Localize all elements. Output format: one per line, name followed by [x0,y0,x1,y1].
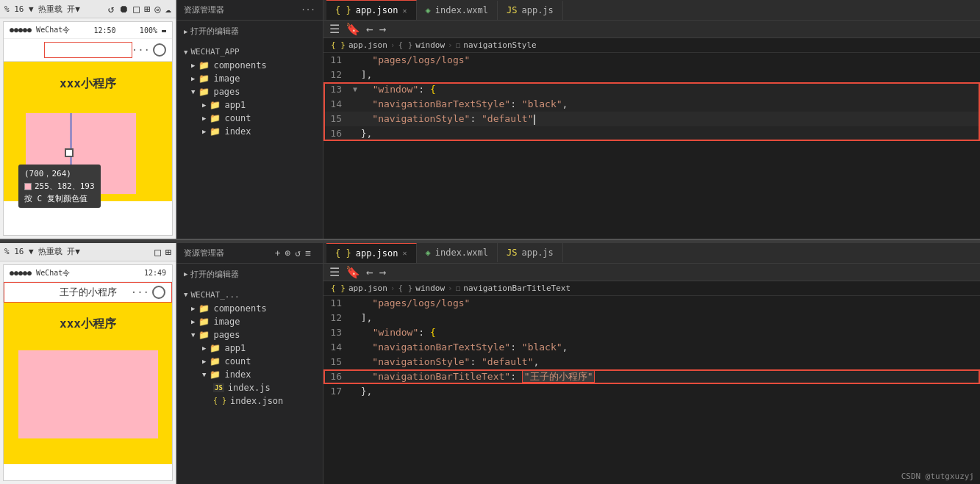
bottom-breadcrumb-app-json[interactable]: app.json [348,283,387,293]
top-hotreload-label[interactable]: 热重载 开▼ [38,4,80,15]
bottom-breadcrumb-rect-icon: ☐ [456,283,461,293]
top-nav-input[interactable] [44,42,132,58]
top-tree-count[interactable]: ▶ 📁 count [176,112,323,125]
top-handle-square[interactable] [65,148,74,157]
bottom-app1-label: app1 [224,343,246,353]
bottom-code-line-15: 15 "navigationStyle": "default", [323,355,980,369]
top-breadcrumb-app-json[interactable]: app.json [348,40,387,50]
top-open-editors-toggle[interactable]: ▶ 打开的编辑器 [176,24,323,39]
top-nav-circle-icon[interactable] [153,43,166,57]
bottom-toolbar-dual-icon[interactable]: ⊞ [165,246,171,258]
bottom-linenum-11: 11 [323,296,349,311]
top-tab-app-json[interactable]: { } app.json ✕ [326,0,417,20]
bottom-tree-image[interactable]: ▶ 📁 image [176,315,323,328]
bottom-tree-index[interactable]: ▼ 📁 index [176,368,323,381]
top-linecontent-16: }, [349,126,980,141]
top-code-line-11: 11 "pages/logs/logs" [323,53,980,68]
top-tree-image[interactable]: ▶ 📁 image [176,72,323,85]
top-zoom-label[interactable]: % 16 ▼ [4,4,34,14]
top-count-label: count [224,113,251,123]
bottom-tree-index-js[interactable]: JS index.js [176,381,323,394]
top-open-editors-arrow-icon: ▶ [184,28,187,35]
bottom-pages-arrow-icon: ▼ [191,331,195,339]
bottom-mini-toolbar: ☰ 🔖 ← → [323,264,980,281]
bottom-zoom-label[interactable]: % 16 ▼ [4,247,34,256]
top-index-label: index [224,126,251,137]
bottom-toolbar-phone-icon[interactable]: □ [154,246,160,258]
bottom-tab-wxml-label: index.wxml [435,248,488,258]
top-pages-arrow-icon: ▼ [191,88,195,95]
top-nav-more-icon[interactable]: ··· [132,44,150,56]
bottom-open-editors-section: ▶ 打开的编辑器 [176,264,323,285]
toolbar-refresh-icon[interactable]: ↺ [108,3,114,15]
top-collapse-13[interactable]: ▼ [349,82,361,97]
bottom-nav-more-icon[interactable]: ··· [131,286,149,298]
bottom-editor-breadcrumb: { } app.json › { } window › ☐ navigation… [323,281,980,296]
top-tree-index[interactable]: ▶ 📁 index [176,125,323,138]
bottom-bookmark-icon[interactable]: 🔖 [346,265,360,279]
bottom-tree-pages[interactable]: ▼ 📁 pages [176,328,323,342]
bottom-linenum-12: 12 [323,311,349,325]
bottom-tab-app-js[interactable]: JS app.js [498,243,563,262]
top-explorer-dots-icon[interactable]: ··· [301,5,315,15]
top-tab-app-js[interactable]: JS app.js [498,1,563,20]
top-hamburger-icon[interactable]: ☰ [329,22,340,36]
top-open-editors-section: ▶ 打开的编辑器 [176,21,323,42]
bottom-linecontent-13: "window": { [361,325,980,340]
bottom-wechat-toggle[interactable]: ▼ WECHAT_... [176,288,323,302]
bottom-explorer-refresh-icon[interactable]: ↺ [295,248,301,259]
top-editor-breadcrumb: { } app.json › { } window › ☐ navigation… [323,38,980,53]
top-image-folder-icon: 📁 [198,73,210,84]
toolbar-record-icon[interactable]: ⏺ [118,3,129,15]
bottom-tree-components[interactable]: ▶ 📁 components [176,302,323,315]
top-tab-index-wxml[interactable]: ◈ index.wxml [417,1,498,20]
top-linecontent-14: "navigationBarTextStyle": "black", [349,97,980,112]
tooltip-hint: 按 C 复制颜色值 [24,193,95,204]
bottom-explorer-newfile-icon[interactable]: ⊕ [285,248,291,259]
bottom-back-icon[interactable]: ← [366,265,373,279]
top-tab-close-icon[interactable]: ✕ [402,7,407,15]
top-wechat-label: WECHAT_APP [190,47,239,57]
bottom-tab-app-json[interactable]: { } app.json ✕ [326,243,417,263]
top-breadcrumb-navstyle[interactable]: navigationStyle [463,40,536,50]
bottom-tab-close-icon[interactable]: ✕ [402,249,407,257]
bottom-nav-circle-icon[interactable] [152,286,165,299]
bottom-phone-content [4,347,172,464]
top-tree-app1[interactable]: ▶ 📁 app1 [176,98,323,112]
bottom-tree-index-json[interactable]: { } index.json [176,394,323,408]
bottom-phone-status-bar: ●●●●● WeChat令 12:49 [4,265,172,282]
top-editor-tabs: { } app.json ✕ ◈ index.wxml JS app.js [323,0,980,21]
top-back-icon[interactable]: ← [366,22,373,36]
bottom-breadcrumb-navtitle[interactable]: navigationBarTitleText [463,283,571,293]
top-bookmark-icon[interactable]: 🔖 [346,22,360,36]
bottom-explorer-add-icon[interactable]: + [275,248,281,259]
top-phone-frame: ●●●●● WeChat令 12:50 100% ▬ ··· xxx小程序 [3,21,173,236]
top-breadcrumb-window[interactable]: window [415,40,445,50]
top-forward-icon[interactable]: → [379,22,387,36]
bottom-hamburger-icon[interactable]: ☰ [329,265,340,279]
bottom-tab-index-wxml[interactable]: ◈ index.wxml [417,243,498,262]
bottom-tree-count[interactable]: ▶ 📁 count [176,355,323,368]
bottom-open-editors-toggle[interactable]: ▶ 打开的编辑器 [176,267,323,282]
top-tree-components[interactable]: ▶ 📁 components [176,59,323,72]
tooltip-rgb: 255、182、193 [35,181,95,192]
bottom-forward-icon[interactable]: → [379,265,387,279]
top-wechat-arrow-icon: ▼ [184,48,187,56]
top-editor-content: 11 "pages/logs/logs" 12 ], 13 ▼ "window"… [323,53,980,239]
top-tree-pages[interactable]: ▼ 📁 pages [176,85,323,98]
top-explorer-title: 资源管理器 [184,4,224,15]
top-linecontent-11: "pages/logs/logs" [349,53,980,68]
toolbar-dual-icon[interactable]: ⊞ [144,3,150,15]
toolbar-target-icon[interactable]: ◎ [154,3,160,15]
top-wechat-toggle[interactable]: ▼ WECHAT_APP [176,45,323,59]
top-count-folder-icon: 📁 [210,113,221,123]
bottom-breadcrumb-window[interactable]: window [415,283,445,293]
bottom-hotreload-label[interactable]: 热重载 开▼ [38,246,80,257]
toolbar-phone-icon[interactable]: □ [133,3,139,15]
toolbar-cloud-icon[interactable]: ☁ [165,3,171,15]
bottom-explorer-collapse-icon[interactable]: ≡ [305,248,311,259]
bottom-image-folder-icon: 📁 [198,317,210,327]
bottom-tree-app1[interactable]: ▶ 📁 app1 [176,342,323,355]
bottom-wechat-label: WECHAT_... [190,290,239,300]
top-simulator-pane: % 16 ▼ 热重载 开▼ ↺ ⏺ □ ⊞ ◎ ☁ ●●●●● WeChat令 … [0,0,176,239]
